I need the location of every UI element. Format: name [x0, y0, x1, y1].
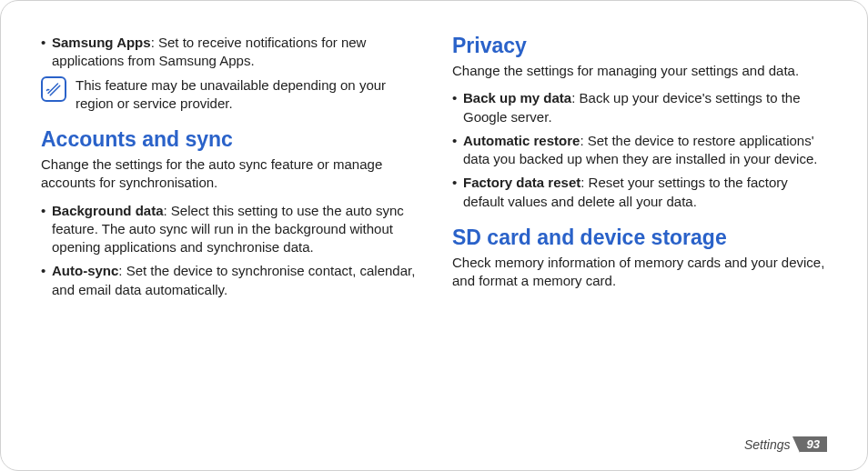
footer-section-label: Settings [744, 437, 791, 452]
bullet-label: Auto-sync [52, 263, 118, 278]
heading-sd-card: SD card and device storage [452, 225, 827, 250]
bullet-text: Samsung Apps: Set to receive notificatio… [52, 34, 416, 71]
note-box: This feature may be unavailable dependin… [41, 76, 416, 114]
bullet-dot: • [452, 132, 463, 169]
bullet-dot: • [452, 174, 463, 211]
bullet-text: Auto-sync: Set the device to synchronise… [52, 262, 416, 299]
page-number: 93 [800, 436, 827, 452]
bullet-factory-reset: • Factory data reset: Reset your setting… [452, 174, 827, 211]
note-icon [41, 76, 66, 102]
bullet-backup-data: • Back up my data: Back up your device's… [452, 89, 827, 126]
page-footer: Settings 93 [744, 436, 827, 452]
bullet-dot: • [41, 34, 52, 71]
bullet-background-data: • Background data: Select this setting t… [41, 202, 416, 257]
bullet-text: Background data: Select this setting to … [52, 202, 416, 257]
bullet-label: Automatic restore [463, 133, 580, 148]
bullet-samsung-apps: • Samsung Apps: Set to receive notificat… [41, 34, 416, 71]
bullet-automatic-restore: • Automatic restore: Set the device to r… [452, 132, 827, 169]
bullet-dot: • [41, 202, 52, 257]
bullet-auto-sync: • Auto-sync: Set the device to synchroni… [41, 262, 416, 299]
bullet-label: Samsung Apps [52, 35, 151, 50]
bullet-text: Factory data reset: Reset your settings … [463, 174, 827, 211]
bullet-label: Background data [52, 203, 164, 218]
bullet-label: Back up my data [463, 90, 571, 105]
intro-accounts-sync: Change the settings for the auto sync fe… [41, 155, 416, 193]
intro-privacy: Change the settings for managing your se… [452, 62, 827, 80]
bullet-dot: • [452, 89, 463, 126]
heading-privacy: Privacy [452, 34, 827, 58]
bullet-text: Automatic restore: Set the device to res… [463, 132, 827, 169]
heading-accounts-sync: Accounts and sync [41, 127, 416, 152]
bullet-text: Back up my data: Back up your device's s… [463, 89, 827, 126]
note-text: This feature may be unavailable dependin… [76, 76, 416, 114]
page-body: • Samsung Apps: Set to receive notificat… [1, 1, 867, 401]
intro-sd-card: Check memory information of memory cards… [452, 254, 827, 291]
bullet-dot: • [41, 262, 52, 299]
bullet-label: Factory data reset [463, 175, 580, 190]
